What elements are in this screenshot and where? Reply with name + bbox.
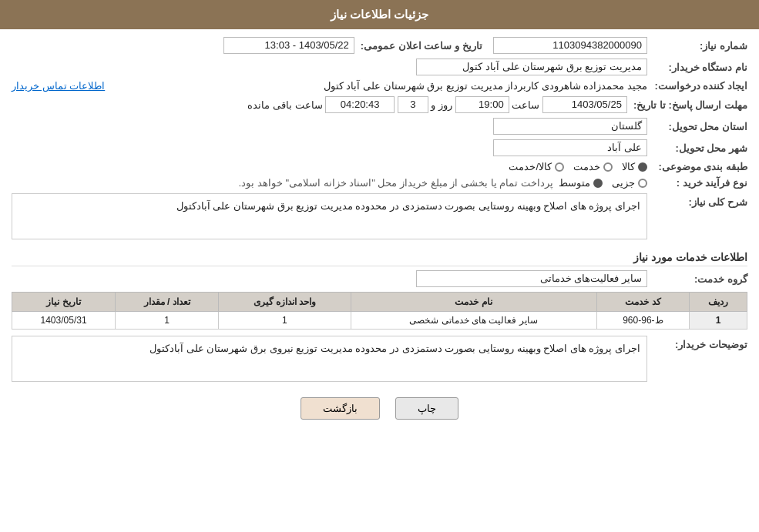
row-org: نام دستگاه خریدار: مدیریت توزیع برق شهرس… — [12, 59, 747, 75]
category-radio-group: کالا خدمت کالا/خدمت — [509, 161, 647, 172]
cell-code: ط-96-960 — [596, 312, 690, 330]
purchase-radio-motavasset — [593, 179, 603, 188]
announce-label: تاریخ و ساعت اعلان عمومی: — [354, 40, 482, 52]
org-label: نام دستگاه خریدار: — [647, 62, 747, 73]
cell-name: سایر فعالیت های خدماتی شخصی — [351, 312, 596, 330]
th-name: نام خدمت — [351, 293, 596, 312]
need-number-value: 1103094382000090 — [493, 37, 647, 54]
row-purchase-type: نوع فرآیند خرید : جزیی متوسط پرداخت تمام… — [12, 177, 747, 189]
th-quantity: تعداد / مقدار — [116, 293, 219, 312]
cell-row-num: 1 — [690, 312, 747, 330]
category-label: طبقه بندی موضوعی: — [647, 161, 747, 172]
button-row: چاپ بازگشت — [12, 397, 747, 420]
deadline-time-label: ساعت — [512, 99, 539, 111]
row-description: شرح کلی نیاز: اجرای پروژه های اصلاح وبهی… — [12, 193, 747, 243]
th-row-num: ردیف — [690, 293, 747, 312]
deadline-label: مهلت ارسال پاسخ: تا تاریخ: — [627, 99, 747, 111]
purchase-type-radio-group: جزیی متوسط — [559, 177, 647, 189]
cell-quantity: 1 — [116, 312, 219, 330]
row-service-group: گروه خدمت: سایر فعالیت‌های خدماتی — [12, 270, 747, 287]
category-option-khedmat[interactable]: خدمت — [573, 161, 613, 172]
purchase-label-jozii: جزیی — [612, 177, 635, 189]
city-label: شهر محل تحویل: — [647, 142, 747, 154]
creator-value: مجید محمدزاده شاهرودی کاربرداز مدیریت تو… — [108, 80, 647, 92]
services-table: ردیف کد خدمت نام خدمت واحد اندازه گیری ت… — [12, 292, 747, 330]
row-buyer-notes: توضیحات خریدار: اجرای پروژه های اصلاح وب… — [12, 336, 747, 386]
service-group-label: گروه خدمت: — [647, 273, 747, 285]
category-label-khedmat: خدمت — [573, 161, 600, 172]
row-city: شهر محل تحویل: علی آباد — [12, 139, 747, 156]
page-header: جزئیات اطلاعات نیاز — [0, 0, 759, 29]
services-title: اطلاعات خدمات مورد نیاز — [12, 251, 747, 266]
buyer-notes-value: اجرای پروژه های اصلاح وبهینه روستایی بصو… — [12, 336, 647, 382]
print-button[interactable]: چاپ — [395, 397, 458, 420]
cell-unit: 1 — [219, 312, 351, 330]
city-value: علی آباد — [493, 139, 647, 156]
purchase-radio-jozii — [638, 179, 647, 188]
province-label: استان محل تحویل: — [647, 121, 747, 132]
need-number-label: شماره نیاز: — [647, 40, 747, 52]
cell-date: 1403/05/31 — [12, 312, 116, 330]
th-unit: واحد اندازه گیری — [219, 293, 351, 312]
purchase-type-motavasset[interactable]: متوسط — [559, 177, 603, 189]
deadline-date: 1403/05/25 — [542, 96, 627, 113]
main-content: شماره نیاز: 1103094382000090 تاریخ و ساع… — [0, 29, 759, 439]
th-date: تاریخ نیاز — [12, 293, 116, 312]
province-value: گلستان — [493, 118, 647, 135]
purchase-type-jozii[interactable]: جزیی — [612, 177, 647, 189]
row-category: طبقه بندی موضوعی: کالا خدمت کالا/خدمت — [12, 161, 747, 172]
deadline-days: 3 — [398, 96, 428, 113]
deadline-remaining-label: ساعت باقی مانده — [247, 99, 322, 111]
purchase-type-label: نوع فرآیند خرید : — [647, 177, 747, 189]
table-row: 1 ط-96-960 سایر فعالیت های خدماتی شخصی 1… — [12, 312, 747, 330]
row-need-number: شماره نیاز: 1103094382000090 تاریخ و ساع… — [12, 37, 747, 54]
org-value: مدیریت توزیع برق شهرستان علی آباد کتول — [416, 59, 647, 75]
contact-link[interactable]: اطلاعات تماس خریدار — [12, 80, 105, 92]
creator-label: ایجاد کننده درخواست: — [647, 80, 747, 92]
category-radio-kala-khedmat — [555, 162, 564, 172]
row-province: استان محل تحویل: گلستان — [12, 118, 747, 135]
buyer-notes-label: توضیحات خریدار: — [647, 336, 747, 350]
purchase-type-note: پرداخت تمام یا بخشی از مبلغ خریداز محل "… — [239, 177, 553, 189]
description-label: شرح کلی نیاز: — [647, 193, 747, 208]
announce-value: 1403/05/22 - 13:03 — [223, 37, 354, 54]
buyer-notes-container: اجرای پروژه های اصلاح وبهینه روستایی بصو… — [12, 336, 647, 386]
category-option-kala[interactable]: کالا — [622, 161, 647, 172]
service-group-value: سایر فعالیت‌های خدماتی — [416, 270, 647, 287]
row-creator: ایجاد کننده درخواست: مجید محمدزاده شاهرو… — [12, 80, 747, 92]
purchase-label-motavasset: متوسط — [559, 177, 590, 189]
deadline-days-label: روز و — [431, 99, 452, 111]
deadline-time: 19:00 — [455, 96, 509, 113]
back-button[interactable]: بازگشت — [301, 397, 380, 420]
services-table-container: ردیف کد خدمت نام خدمت واحد اندازه گیری ت… — [12, 292, 747, 330]
table-header-row: ردیف کد خدمت نام خدمت واحد اندازه گیری ت… — [12, 293, 747, 312]
category-label-kala: کالا — [622, 161, 635, 172]
description-container: اجرای پروژه های اصلاح وبهینه روستایی بصو… — [12, 193, 647, 243]
category-radio-khedmat — [603, 162, 613, 172]
category-label-kala-khedmat: کالا/خدمت — [509, 161, 552, 172]
description-value: اجرای پروژه های اصلاح وبهینه روستایی بصو… — [12, 193, 647, 239]
category-option-kala-khedmat[interactable]: کالا/خدمت — [509, 161, 564, 172]
category-radio-kala — [638, 162, 647, 172]
header-title: جزئیات اطلاعات نیاز — [331, 8, 428, 21]
th-code: کد خدمت — [596, 293, 690, 312]
deadline-remaining: 04:20:43 — [325, 96, 395, 113]
row-deadline: مهلت ارسال پاسخ: تا تاریخ: 1403/05/25 سا… — [12, 96, 747, 113]
page-wrapper: جزئیات اطلاعات نیاز شماره نیاز: 11030943… — [0, 0, 759, 532]
